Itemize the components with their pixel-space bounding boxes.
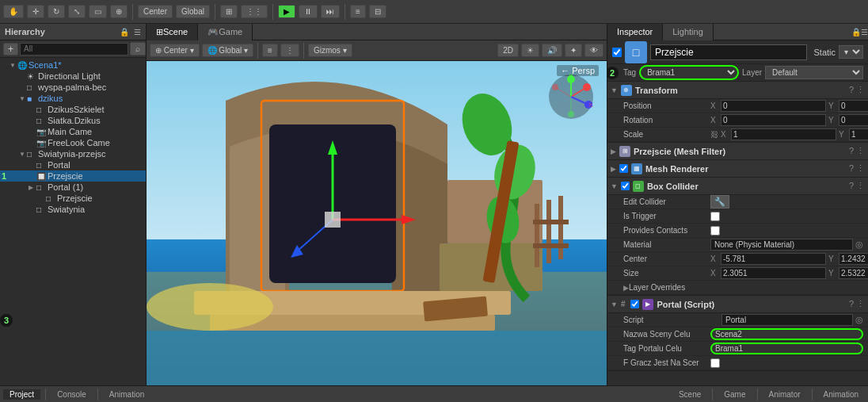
pos-x-input[interactable]	[721, 100, 826, 112]
play-btn[interactable]: ▶	[278, 5, 295, 18]
pos-y-input[interactable]	[839, 100, 868, 112]
mesh-renderer-checkbox[interactable]	[619, 164, 628, 173]
global-btn[interactable]: Global	[176, 5, 210, 18]
material-input[interactable]	[710, 239, 853, 251]
tag-portalu-input[interactable]	[710, 343, 863, 354]
boxcollider-help-icon[interactable]: ?	[849, 181, 854, 191]
scene-gizmo-btn[interactable]: Gizmos ▾	[308, 44, 352, 57]
tag-dropdown[interactable]: Brama1	[639, 65, 739, 80]
scene-bottom-tab[interactable]: Scene	[672, 389, 707, 400]
inspector-tab[interactable]: Inspector	[607, 24, 663, 40]
animation2-tab[interactable]: Animation	[817, 389, 865, 400]
scene-light-btn[interactable]: ☀	[521, 44, 539, 57]
hand-tool[interactable]: ✋	[3, 5, 24, 18]
portal-help-icon[interactable]: ?	[849, 299, 854, 309]
script-input[interactable]	[721, 314, 853, 326]
hier-dzikus[interactable]: ▼ ■ dzikus	[0, 93, 146, 104]
hier-dzikus-szkielet[interactable]: □ DzikusSzkielet	[0, 104, 146, 115]
scene-snap-btn[interactable]: ⋮	[280, 44, 299, 57]
game-tab[interactable]: 🎮 Game	[198, 24, 253, 40]
rot-x-input[interactable]	[721, 114, 826, 126]
scene-scene-btn[interactable]: 👁	[584, 44, 603, 57]
material-picker-icon[interactable]: ◎	[855, 239, 863, 250]
portal-script-checkbox[interactable]	[630, 300, 639, 308]
scene-viewport[interactable]: ← Persp X Y	[147, 61, 607, 385]
meshfilter-menu-icon[interactable]: ⋮	[856, 146, 865, 156]
grid-btn[interactable]: ⊞	[220, 5, 238, 18]
game-bottom-tab[interactable]: Game	[718, 389, 752, 400]
hier-swiatynia2[interactable]: □ Swiatynia	[0, 204, 146, 215]
scene-fx-btn[interactable]: ✦	[565, 44, 582, 57]
static-dropdown[interactable]: ▾	[839, 45, 863, 59]
transform-component-header[interactable]: ▼ ⊕ Transform ? ⋮	[607, 82, 868, 99]
mesh-filter-header[interactable]: ▶ ⊞ Przejscie (Mesh Filter) ? ⋮	[607, 143, 868, 160]
portal-menu-icon[interactable]: ⋮	[856, 299, 865, 309]
rect-tool[interactable]: ▭	[89, 5, 107, 18]
snap-btn[interactable]: ⋮⋮	[241, 5, 268, 18]
hierarchy-menu-icon[interactable]: ☰	[134, 28, 141, 36]
size-y[interactable]	[839, 267, 868, 279]
box-collider-header[interactable]: ▼ ◻ Box Collider ? ⋮	[607, 178, 868, 195]
hier-portal1[interactable]: ▶ □ Portal (1)	[0, 182, 146, 193]
hier-wyspa[interactable]: □ wyspa-palma-bec	[0, 82, 146, 93]
hierarchy-lock-icon[interactable]: 🔒	[120, 28, 129, 36]
hier-przejscie2[interactable]: □ Przejscie	[0, 193, 146, 204]
hier-siatka[interactable]: □ Siatka.Dzikus	[0, 115, 146, 126]
project-tab[interactable]: Project	[3, 389, 40, 400]
scale-y-input[interactable]	[849, 128, 868, 140]
pause-btn[interactable]: ⏸	[299, 5, 318, 18]
inspector-lock-icon[interactable]: 🔒	[851, 28, 861, 36]
meshrenderer-menu-icon[interactable]: ⋮	[856, 163, 865, 174]
edit-collider-btn[interactable]: 🔧	[710, 195, 729, 209]
is-trigger-checkbox[interactable]	[710, 212, 720, 221]
scene-2d-btn[interactable]: 2D	[497, 44, 519, 57]
script-picker-icon[interactable]: ◎	[855, 315, 863, 325]
layers-btn[interactable]: ≡	[350, 5, 366, 18]
rot-y-input[interactable]	[839, 114, 868, 126]
scene-global-btn[interactable]: 🌐 Global ▾	[202, 44, 253, 57]
provides-contacts-checkbox[interactable]	[710, 226, 720, 235]
animation-tab[interactable]: Animation	[103, 389, 150, 400]
center-y[interactable]	[839, 253, 868, 265]
inspector-menu-icon[interactable]: ☰	[861, 28, 868, 36]
center-btn[interactable]: Center	[138, 5, 173, 18]
center-x[interactable]	[721, 253, 826, 265]
rotation-gizmo[interactable]: X Y Z	[547, 73, 595, 121]
scale-tool[interactable]: ⤡	[68, 5, 86, 18]
hier-main-cam[interactable]: 📷 Main Came	[0, 126, 146, 137]
nazwa-sceny-input[interactable]	[710, 328, 863, 340]
console-tab[interactable]: Console	[51, 389, 93, 400]
lighting-tab[interactable]: Lighting	[663, 24, 714, 40]
layout-btn[interactable]: ⊟	[369, 5, 386, 18]
scene-audio-btn[interactable]: 🔊	[542, 44, 562, 57]
scene-grid-btn[interactable]: ≡	[262, 44, 278, 57]
step-btn[interactable]: ⏭	[321, 5, 340, 18]
move-tool[interactable]: ✛	[27, 5, 44, 18]
scale-x-input[interactable]	[731, 128, 836, 140]
meshrenderer-help-icon[interactable]: ?	[849, 163, 854, 174]
transform-tool[interactable]: ⊕	[110, 5, 128, 18]
rotate-tool[interactable]: ↻	[48, 5, 65, 18]
animator-tab[interactable]: Animator	[763, 389, 807, 400]
hier-przejscie[interactable]: 1 🔲 Przejscie	[0, 170, 146, 182]
layer-dropdown[interactable]: Default	[765, 66, 863, 79]
hier-portal[interactable]: □ Portal	[0, 159, 146, 170]
f-gracz-checkbox[interactable]	[710, 358, 720, 368]
portal-script-header[interactable]: ▼ # ▶ Portal (Script) ? ⋮	[607, 296, 868, 313]
mesh-renderer-header[interactable]: ▶ ▦ Mesh Renderer ? ⋮	[607, 160, 868, 178]
transform-help-icon[interactable]: ?	[849, 85, 854, 95]
hierarchy-search-btn[interactable]: ⌕	[130, 42, 146, 56]
hierarchy-scene-root[interactable]: ▼ 🌐 Scena1*	[0, 59, 146, 71]
hierarchy-add-btn[interactable]: +	[3, 43, 18, 56]
layer-overrides-row[interactable]: ▶ Layer Overrides	[607, 281, 868, 295]
obj-name-input[interactable]	[650, 44, 807, 60]
hier-freelook-cam[interactable]: 📷 FreeLook Came	[0, 137, 146, 148]
meshfilter-help-icon[interactable]: ?	[849, 146, 854, 156]
boxcollider-menu-icon[interactable]: ⋮	[856, 181, 865, 191]
obj-active-checkbox[interactable]	[612, 48, 622, 57]
hier-directional-light[interactable]: ☀ Directional Light	[0, 71, 146, 82]
box-collider-checkbox[interactable]	[621, 182, 630, 190]
scene-tab[interactable]: ⊞ Scene	[147, 24, 198, 40]
size-x[interactable]	[721, 267, 826, 279]
transform-menu-icon[interactable]: ⋮	[856, 85, 865, 95]
